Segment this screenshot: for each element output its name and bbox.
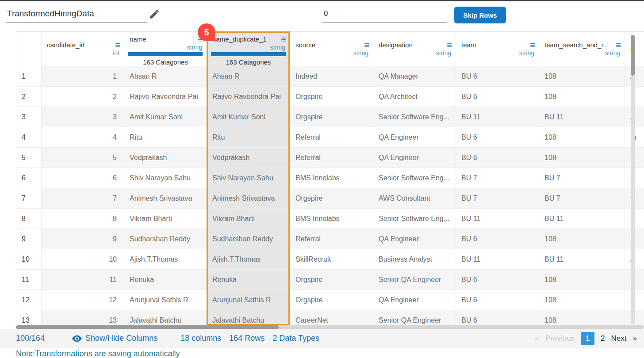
cell-designation[interactable]: Business Analyst [373, 249, 456, 270]
show-hide-columns-button[interactable]: Show/Hide Columns [72, 334, 157, 343]
cell-name[interactable]: Ritu [124, 127, 207, 148]
edit-pencil-icon[interactable] [149, 8, 160, 20]
cell-source[interactable]: Indeed [290, 66, 373, 87]
cell-source[interactable]: Orgspire [290, 188, 373, 209]
row-number[interactable]: 1 [16, 66, 42, 87]
column-menu-icon[interactable]: ≡ [115, 42, 120, 48]
row-number[interactable]: 12 [16, 290, 42, 310]
cell-team[interactable]: BU 6 [456, 66, 539, 87]
cell-designation[interactable]: QA Engineer [373, 229, 456, 249]
cell-source[interactable]: Orgspire [290, 107, 373, 127]
cell-name[interactable]: Jalavathi Batchu [124, 310, 207, 325]
cell-name_duplicate_1[interactable]: Arunjunai Sathis R [207, 290, 290, 310]
cell-source[interactable]: Referral [290, 229, 373, 249]
cell-name[interactable]: Arunjunai Sathis R [124, 290, 207, 310]
cell-candidate_id[interactable]: 10 [42, 249, 124, 270]
cell-team_search_and_r[interactable]: 108 [539, 310, 625, 325]
cell-name[interactable]: Ahsan R [124, 66, 207, 87]
cell-team[interactable]: BU 6 [456, 127, 539, 148]
cell-designation[interactable]: QA Manager [373, 66, 456, 87]
cell-candidate_id[interactable]: 5 [42, 148, 124, 168]
cell-team_search_and_r[interactable]: 108 [539, 148, 625, 168]
cell-team_search_and_r[interactable]: BU 7 [539, 188, 625, 209]
vertical-scrollbar[interactable] [631, 35, 635, 324]
column-menu-icon[interactable]: ≡ [281, 36, 286, 42]
pagination-next-button[interactable]: Next [611, 334, 627, 343]
cell-designation[interactable]: Senior QA Engineer [373, 310, 456, 325]
column-menu-icon[interactable]: ≡ [364, 42, 369, 48]
dataset-name-input[interactable] [6, 8, 147, 23]
cell-name_duplicate_1[interactable]: Sudharshan Reddy [207, 229, 290, 249]
cell-team_search_and_r[interactable]: 108 [539, 270, 625, 290]
cell-team[interactable]: BU 6 [456, 229, 539, 249]
cell-candidate_id[interactable]: 7 [42, 188, 124, 209]
cell-name[interactable]: Renuka [124, 270, 207, 290]
horizontal-scrollbar-thumb[interactable] [16, 325, 279, 329]
cell-name_duplicate_1[interactable]: Shiv Narayan Sahu [207, 168, 290, 188]
skip-rows-button[interactable]: Skip Rows [454, 7, 506, 23]
cell-team_search_and_r[interactable]: 108 [539, 290, 625, 310]
cell-name[interactable]: Vedprakash [124, 148, 207, 168]
pagination-previous-button[interactable]: Previous [545, 334, 575, 343]
cell-team[interactable]: BU 6 [456, 87, 539, 107]
cell-name[interactable]: Sudharshan Reddy [124, 229, 207, 249]
cell-candidate_id[interactable]: 9 [42, 229, 124, 249]
cell-candidate_id[interactable]: 12 [42, 290, 124, 310]
cell-source[interactable]: Orgspire [290, 270, 373, 290]
row-number[interactable]: 7 [16, 188, 42, 209]
cell-team[interactable]: BU 7 [456, 168, 539, 188]
row-number[interactable]: 13 [16, 310, 42, 325]
column-menu-icon[interactable]: ≡ [447, 42, 452, 48]
cell-name_duplicate_1[interactable]: Renuka [207, 270, 290, 290]
cell-source[interactable]: BMS Innolabs [290, 168, 373, 188]
cell-candidate_id[interactable]: 3 [42, 107, 124, 127]
cell-designation[interactable]: QA Engineer [373, 148, 456, 168]
row-number[interactable]: 4 [16, 127, 42, 148]
column-header-name[interactable]: name≡string163 Catagories [124, 32, 207, 66]
cell-name_duplicate_1[interactable]: Jalavathi Batchu [207, 310, 290, 325]
cell-name[interactable]: Rajive Raveendra Pai [124, 87, 207, 107]
row-number[interactable]: 2 [16, 87, 42, 107]
cell-team_search_and_r[interactable]: 108 [539, 87, 625, 107]
horizontal-scrollbar[interactable] [16, 325, 644, 329]
column-header-candidate_id[interactable]: candidate_id≡int [42, 32, 124, 66]
cell-name[interactable]: Amit Kumar Soni [124, 107, 207, 127]
cell-team_search_and_r[interactable]: BU 11 [539, 107, 625, 127]
cell-designation[interactable]: AWS Consultant [373, 188, 456, 209]
column-header-team[interactable]: team≡string [456, 32, 539, 66]
cell-team_search_and_r[interactable]: BU 7 [539, 168, 625, 188]
cell-name[interactable]: Shiv Narayan Sahu [124, 168, 207, 188]
cell-candidate_id[interactable]: 4 [42, 127, 124, 148]
cell-name_duplicate_1[interactable]: Ahsan R [207, 66, 290, 87]
pagination-page-1[interactable]: 1 [581, 332, 594, 345]
cell-team[interactable]: BU 6 [456, 270, 539, 290]
cell-source[interactable]: Orgspire [290, 290, 373, 310]
cell-name_duplicate_1[interactable]: Ritu [207, 127, 290, 148]
cell-team_search_and_r[interactable]: BU 11 [539, 209, 625, 229]
cell-designation[interactable]: Senior Software Eng... [373, 107, 456, 127]
column-menu-icon[interactable]: ≡ [530, 42, 535, 48]
cell-designation[interactable]: QA Engineer [373, 290, 456, 310]
row-number[interactable]: 8 [16, 209, 42, 229]
cell-name_duplicate_1[interactable]: Vikram Bharti [207, 209, 290, 229]
cell-designation[interactable]: QA Engineer [373, 127, 456, 148]
cell-team[interactable]: BU 11 [456, 249, 539, 270]
cell-team[interactable]: BU 7 [456, 188, 539, 209]
cell-name_duplicate_1[interactable]: Amit Kumar Soni [207, 107, 290, 127]
cell-name_duplicate_1[interactable]: Vedprakash [207, 148, 290, 168]
column-header-designation[interactable]: designation≡string [373, 32, 456, 66]
cell-name[interactable]: Vikram Bharti [124, 209, 207, 229]
cell-name[interactable]: Ajish.T.Thomas [124, 249, 207, 270]
cell-candidate_id[interactable]: 11 [42, 270, 124, 290]
skip-rows-input[interactable] [322, 8, 447, 23]
cell-team_search_and_r[interactable]: 108 [539, 229, 625, 249]
cell-team_search_and_r[interactable]: BU 11 [539, 249, 625, 270]
column-header-name_duplicate_1[interactable]: name_duplicate_1≡string163 Catagories [207, 32, 290, 66]
row-number[interactable]: 9 [16, 229, 42, 249]
cell-designation[interactable]: Senior Software Eng... [373, 168, 456, 188]
cell-source[interactable]: Referral [290, 148, 373, 168]
row-number[interactable]: 11 [16, 270, 42, 290]
cell-name_duplicate_1[interactable]: Animesh Srivastava [207, 188, 290, 209]
cell-team[interactable]: BU 6 [456, 148, 539, 168]
row-number[interactable]: 10 [16, 249, 42, 270]
